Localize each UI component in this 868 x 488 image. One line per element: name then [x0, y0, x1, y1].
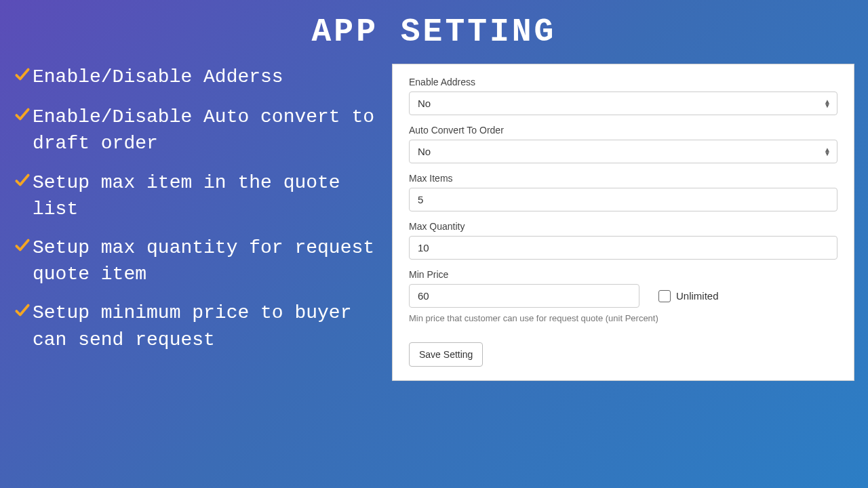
main-container: Enable/Disable Adderss Enable/Disable Au… [0, 64, 868, 381]
feature-item: Setup max item in the quote list [14, 169, 380, 222]
feature-item: Setup minimum price to buyer can send re… [14, 300, 380, 352]
min-price-input[interactable] [409, 284, 639, 308]
checkmark-icon [14, 171, 31, 197]
checkmark-icon [14, 301, 31, 327]
unlimited-checkbox[interactable] [658, 290, 671, 302]
settings-form-panel: Enable Address No ▲▼ Auto Convert To Ord… [392, 64, 854, 381]
save-setting-button[interactable]: Save Setting [409, 342, 483, 367]
auto-convert-select[interactable]: No [409, 140, 837, 163]
min-price-helper: Min price that customer can use for requ… [409, 313, 837, 323]
checkmark-icon [14, 105, 31, 131]
enable-address-select[interactable]: No [409, 92, 837, 115]
enable-address-label: Enable Address [409, 77, 837, 87]
feature-list: Enable/Disable Adderss Enable/Disable Au… [14, 64, 380, 381]
feature-text: Enable/Disable Adderss [33, 64, 380, 90]
max-quantity-input[interactable] [409, 236, 837, 260]
checkmark-icon [14, 236, 31, 262]
min-price-group: Min Price Unlimited Min price that custo… [409, 269, 837, 323]
feature-text: Setup minimum price to buyer can send re… [33, 300, 380, 352]
unlimited-label: Unlimited [676, 290, 719, 302]
feature-item: Enable/Disable Adderss [14, 64, 380, 92]
checkmark-icon [14, 65, 31, 92]
page-title: APP SETTING [0, 0, 868, 64]
feature-text: Setup max quantity for request quote ite… [33, 235, 380, 287]
feature-text: Enable/Disable Auto convert to draft ord… [33, 104, 380, 157]
auto-convert-label: Auto Convert To Order [409, 125, 837, 136]
unlimited-checkbox-group: Unlimited [658, 290, 719, 302]
enable-address-group: Enable Address No ▲▼ [409, 77, 837, 115]
min-price-label: Min Price [409, 269, 837, 280]
auto-convert-group: Auto Convert To Order No ▲▼ [409, 125, 837, 163]
max-items-label: Max Items [409, 173, 837, 184]
max-quantity-group: Max Quantity [409, 221, 837, 260]
feature-item: Enable/Disable Auto convert to draft ord… [14, 104, 380, 157]
max-quantity-label: Max Quantity [409, 221, 837, 232]
feature-text: Setup max item in the quote list [33, 169, 380, 222]
max-items-group: Max Items [409, 173, 837, 211]
feature-item: Setup max quantity for request quote ite… [14, 235, 380, 287]
max-items-input[interactable] [409, 188, 837, 211]
